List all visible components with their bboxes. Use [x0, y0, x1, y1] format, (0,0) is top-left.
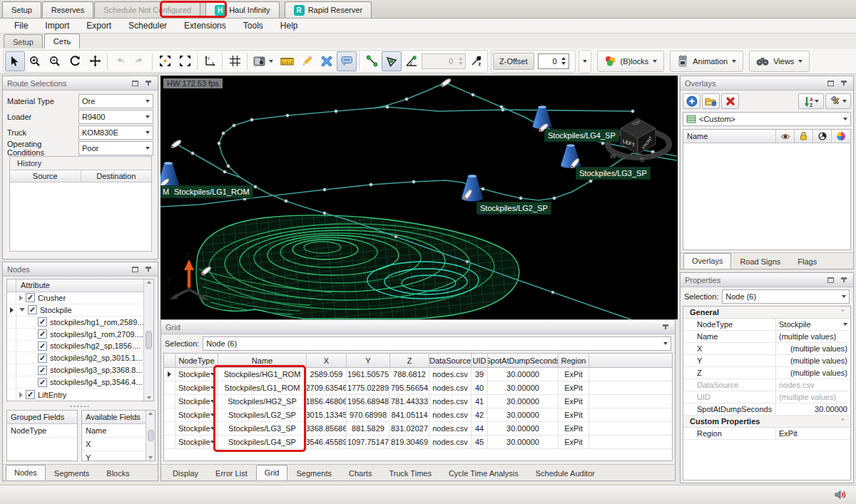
app-tab-haul-infinity[interactable]: H Haul Infinity: [205, 1, 279, 18]
stockpile-label-lg2-sp[interactable]: Stockpiles/LG2_SP: [477, 202, 551, 215]
select-cursor-button[interactable]: [5, 51, 25, 71]
table-row[interactable]: Stockpile Stockpiles/HG1_ROM2589.0591961…: [164, 368, 672, 381]
spinner-arrows[interactable]: [559, 54, 569, 68]
z-offset-button[interactable]: Z-Offset: [493, 53, 534, 70]
grouped-field-item[interactable]: NodeType: [7, 424, 77, 438]
visibility-column[interactable]: [776, 130, 795, 143]
chevron-down-icon[interactable]: [843, 323, 847, 326]
rotate-view-button[interactable]: [65, 51, 85, 71]
delete-overlay-button[interactable]: [721, 93, 739, 109]
chevron-down-icon[interactable]: [210, 427, 215, 430]
stockpile-label-lg1-rom[interactable]: Stockpiles/LG1_ROM: [170, 185, 253, 198]
table-row[interactable]: Stockpile Stockpiles/LG4_SP3546.45589109…: [164, 436, 672, 449]
column-header-spotatdumpseconds[interactable]: SpotAtDumpSeconds: [488, 354, 559, 367]
animation-button[interactable]: Animation: [670, 51, 743, 72]
expand-view-button[interactable]: [175, 51, 195, 71]
tab-segments[interactable]: Segments: [287, 466, 340, 480]
pin-icon[interactable]: [143, 265, 153, 274]
checkbox-checked[interactable]: ✓: [26, 390, 35, 399]
viewport-3d[interactable]: W S TOP LEFT FRONT Z Y: [160, 76, 678, 319]
doc-tab-network[interactable]: Сеть: [44, 34, 80, 48]
overlays-name-column[interactable]: Name: [683, 130, 776, 143]
toolbar-overflow-dropdown[interactable]: [579, 50, 591, 73]
material-type-select[interactable]: Ore: [78, 94, 153, 108]
tab-truck-times[interactable]: Truck Times: [380, 466, 440, 480]
checkbox-checked[interactable]: ✓: [38, 341, 47, 351]
tree-row-stockpile-child[interactable]: ✓stockpiles/hg2_sp,1856....: [7, 341, 143, 353]
scroll-down-arrow[interactable]: [147, 396, 151, 399]
pan-view-button[interactable]: [85, 51, 105, 71]
property-row-region[interactable]: RegionExPit: [683, 428, 850, 440]
chevron-down-icon[interactable]: [210, 386, 215, 389]
chevron-down-icon[interactable]: [210, 373, 215, 376]
tree-row-stockpile-child[interactable]: ✓stockpiles/hg1_rom,2589...: [7, 317, 143, 329]
lock-column[interactable]: [795, 130, 813, 143]
property-row-x[interactable]: X(multiple values): [683, 343, 850, 355]
tree-row-liftentry[interactable]: ✓LiftEntry: [7, 389, 143, 401]
table-row[interactable]: Stockpile Stockpiles/LG1_ROM2709.6354617…: [164, 381, 672, 395]
stockpile-label-lg3-sp[interactable]: Stockpiles/LG3_SP: [576, 167, 651, 180]
history-column-destination[interactable]: Destination: [81, 170, 152, 182]
overlay-settings-button[interactable]: [825, 93, 851, 109]
angle-z-button[interactable]: z: [402, 51, 422, 71]
angle-spinner[interactable]: 0: [422, 53, 466, 69]
tree-column-header[interactable]: Attribute: [7, 279, 143, 292]
tab-flags[interactable]: Flags: [789, 254, 825, 269]
grid-toggle-button[interactable]: [225, 51, 245, 71]
column-header-datasource[interactable]: DataSource: [429, 354, 472, 367]
table-row[interactable]: Stockpile Stockpiles/HG2_SP1856.46806195…: [164, 395, 672, 408]
scroll-down-arrow[interactable]: [148, 456, 153, 459]
menu-file[interactable]: File: [6, 21, 36, 31]
checkbox-checked[interactable]: ✓: [38, 366, 47, 375]
checkbox-checked[interactable]: ✓: [38, 354, 47, 363]
column-header-region[interactable]: Region: [559, 354, 589, 367]
overlay-preset-select[interactable]: <Custom>: [683, 112, 851, 126]
group-general[interactable]: General⌃: [683, 307, 850, 319]
history-column-source[interactable]: Source: [10, 170, 81, 182]
checkbox-checked[interactable]: ✓: [38, 317, 47, 326]
zoom-in-button[interactable]: [25, 51, 45, 71]
available-field-item[interactable]: Name: [82, 424, 146, 438]
column-header-y[interactable]: Y: [347, 354, 390, 367]
tab-error-list[interactable]: Error List: [207, 466, 256, 480]
stockpile-label-lg4-sp[interactable]: Stockpiles/LG4_SP: [544, 129, 619, 142]
zoom-out-button[interactable]: [45, 51, 65, 71]
chevron-down-icon[interactable]: [210, 413, 215, 416]
blocks-button[interactable]: (B)locks: [597, 51, 665, 72]
create-node-button[interactable]: [382, 51, 402, 71]
property-row-z[interactable]: Z(multiple values): [683, 367, 850, 379]
menu-export[interactable]: Export: [78, 21, 120, 31]
screenshot-camera-button[interactable]: [250, 51, 277, 71]
chevron-down-icon[interactable]: [210, 400, 215, 403]
scroll-thumb[interactable]: [148, 430, 154, 441]
checkbox-checked[interactable]: ✓: [28, 305, 37, 314]
tab-grid[interactable]: Grid: [256, 465, 288, 480]
property-row-y[interactable]: Y(multiple values): [683, 355, 850, 367]
menu-help[interactable]: Help: [272, 21, 307, 31]
splitter-handle[interactable]: ••••••: [3, 403, 158, 409]
tab-overlays[interactable]: Overlays: [683, 253, 731, 269]
properties-selection-select[interactable]: Node (6): [722, 289, 850, 304]
edit-pencil-button[interactable]: [297, 51, 317, 71]
column-header-nodetype[interactable]: NodeType: [175, 354, 218, 367]
add-overlay-button[interactable]: [683, 93, 700, 109]
sort-button[interactable]: AZ: [798, 93, 824, 109]
eyedropper-z-button[interactable]: z: [466, 51, 486, 71]
checkbox-checked[interactable]: ✓: [38, 329, 47, 339]
maximize-icon[interactable]: [130, 79, 140, 88]
axis-orientation-button[interactable]: yx: [200, 51, 220, 71]
table-row[interactable]: Stockpile Stockpiles/LG3_SP3368.85686881…: [164, 422, 672, 436]
pin-icon[interactable]: [839, 276, 849, 284]
freeze-column[interactable]: [813, 130, 832, 143]
audio-speaker-icon[interactable]: [835, 490, 847, 500]
menu-scheduler[interactable]: Scheduler: [120, 21, 175, 31]
zoom-extents-button[interactable]: [155, 51, 175, 71]
app-tab-rapid-reserver[interactable]: R Rapid Reserver: [285, 1, 372, 18]
open-overlay-button[interactable]: [702, 93, 720, 109]
tree-row-stockpile-child[interactable]: ✓stockpiles/lg4_sp,3546.4...: [7, 376, 143, 389]
measure-ruler-button[interactable]: [277, 51, 297, 71]
expand-icon[interactable]: [19, 295, 23, 301]
property-row-name[interactable]: Name(multiple values): [683, 331, 850, 343]
scroll-up-arrow[interactable]: [148, 412, 153, 415]
menu-tools[interactable]: Tools: [235, 21, 272, 31]
